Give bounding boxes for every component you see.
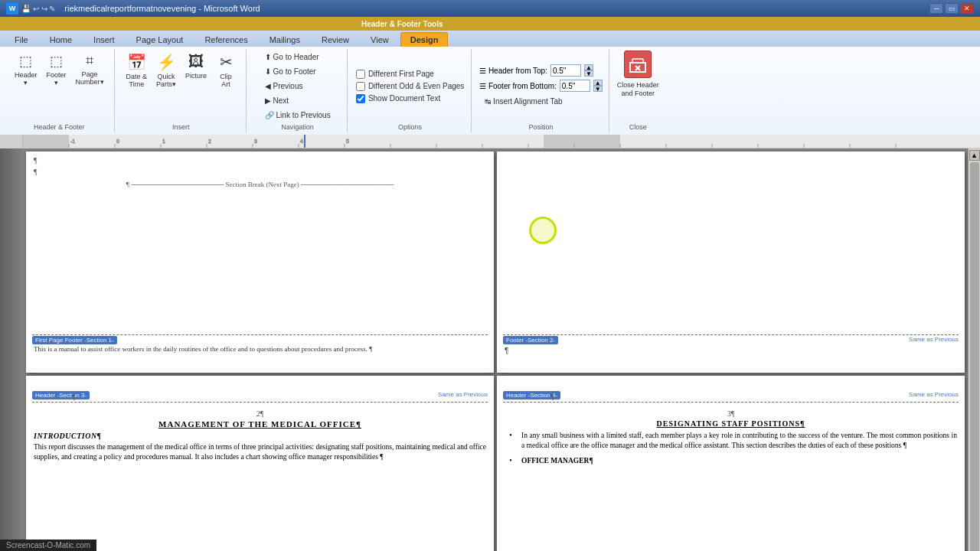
page-1-pilcrow2: ¶ xyxy=(34,168,486,176)
window-controls: ─ ▭ ✕ xyxy=(929,3,974,14)
tab-view[interactable]: View xyxy=(361,32,399,47)
go-to-footer-button[interactable]: ⬇ Go to Footer xyxy=(260,65,322,78)
tab-file[interactable]: File xyxy=(5,32,38,47)
header-from-top-input[interactable] xyxy=(550,64,581,77)
ruler: -1 0 1 2 3 4 5 xyxy=(0,135,980,148)
footer-button[interactable]: ⬚ Footer▾ xyxy=(43,51,70,89)
page-3-bullet-1: • In any small business with a limited s… xyxy=(505,431,957,454)
watermark: Screencast-O-Matic.com xyxy=(0,540,96,551)
picture-label: Picture xyxy=(185,72,207,80)
group-header-footer: ⬚ Header▾ ⬚ Footer▾ ⌗ PageNumber▾ Header… xyxy=(5,49,115,132)
footer-section-2-pilcrow: ¶ xyxy=(505,347,508,355)
ribbon-content: ⬚ Header▾ ⬚ Footer▾ ⌗ PageNumber▾ Header… xyxy=(0,47,980,135)
next-icon: ▶ xyxy=(265,96,271,105)
insert-alignment-tab-button[interactable]: ↹ Insert Alignment Tab xyxy=(479,95,567,108)
different-odd-even-checkbox[interactable]: Different Odd & Even Pages xyxy=(356,82,464,91)
title-bar: W 💾 ↩ ↪ ✎ riekmedicalreportformatnoveven… xyxy=(0,0,980,17)
scroll-thumb[interactable] xyxy=(970,162,979,551)
group-options-label: Options xyxy=(398,122,422,131)
footer-section-2-label: Footer -Section 2- xyxy=(503,336,558,344)
ribbon-tabs: File Home Insert Page Layout References … xyxy=(0,31,980,47)
page-3-heading: DESIGNATING STAFF POSITIONS¶ xyxy=(505,419,957,428)
tab-review[interactable]: Review xyxy=(312,32,359,47)
clip-art-label: ClipArt xyxy=(220,73,232,88)
footer-bottom-down[interactable]: ▼ xyxy=(593,86,603,92)
show-document-text-input[interactable] xyxy=(356,94,365,103)
clip-art-button[interactable]: ✂ ClipArt xyxy=(212,51,240,90)
page-3-bullet-text-1: In any small business with a limited sta… xyxy=(521,431,957,452)
svg-text:3: 3 xyxy=(254,139,257,144)
header-top-down[interactable]: ▼ xyxy=(584,70,593,77)
tab-home[interactable]: Home xyxy=(40,32,82,47)
page-2-heading: MANAGEMENT OF THE MEDICAL OFFICE¶ xyxy=(34,419,486,429)
header-from-top-label: ☰ Header from Top: xyxy=(479,67,547,75)
tab-references[interactable]: References xyxy=(194,32,257,47)
show-document-text-checkbox[interactable]: Show Document Text xyxy=(356,94,440,103)
different-first-page-checkbox[interactable]: Different First Page xyxy=(356,70,434,79)
date-time-button[interactable]: 📅 Date &Time xyxy=(122,51,152,90)
insert-items: 📅 Date &Time ⚡ QuickParts▾ 🖼 Picture ✂ C… xyxy=(122,51,240,122)
different-first-page-label: Different First Page xyxy=(368,70,434,78)
first-page-footer-label: First Page Footer -Section 1- xyxy=(32,336,117,344)
quick-parts-button[interactable]: ⚡ QuickParts▾ xyxy=(152,51,180,90)
go-to-footer-label: Go to Footer xyxy=(273,67,316,76)
link-to-previous-label: Link to Previous xyxy=(276,111,331,119)
different-odd-even-input[interactable] xyxy=(356,82,365,91)
group-header-footer-label: Header & Footer xyxy=(34,122,85,131)
tab-design[interactable]: Design xyxy=(400,32,449,47)
group-close: Close Headerand Footer Close xyxy=(611,49,665,132)
picture-icon: 🖼 xyxy=(188,53,204,70)
page-number-label: PageNumber▾ xyxy=(76,70,104,86)
close-button[interactable]: ✕ xyxy=(960,3,974,14)
restore-button[interactable]: ▭ xyxy=(945,3,959,14)
footer-section-2-same-as-prev: Same as Previous xyxy=(909,336,959,343)
page-number-button[interactable]: ⌗ PageNumber▾ xyxy=(72,51,108,88)
footer-from-bottom-input[interactable] xyxy=(560,80,590,92)
header-button[interactable]: ⬚ Header▾ xyxy=(11,51,41,89)
close-items: Close Headerand Footer xyxy=(617,51,659,122)
show-document-text-label: Show Document Text xyxy=(368,94,440,103)
page-2-subheading: INTRODUCTION¶ xyxy=(34,432,486,440)
footer-bottom-spinner[interactable]: ▲ ▼ xyxy=(593,80,603,92)
previous-button[interactable]: ◀ Previous xyxy=(260,80,309,93)
page-2-header: Header -Section 3- ¶ Same as Previous xyxy=(26,376,494,409)
next-button[interactable]: ▶ Next xyxy=(260,94,295,107)
group-position: ☰ Header from Top: ▲ ▼ ☰ Footer from Bot… xyxy=(473,49,609,132)
tab-insert[interactable]: Insert xyxy=(83,32,125,47)
page-1b-content xyxy=(497,152,965,161)
different-first-page-input[interactable] xyxy=(356,70,365,79)
link-icon: 🔗 xyxy=(265,111,274,119)
footer-from-bottom-row: ☰ Footer from Bottom: ▲ ▼ xyxy=(479,80,603,92)
go-to-header-button[interactable]: ⬆ Go to Header xyxy=(260,51,325,64)
vertical-scrollbar[interactable]: ▲ ▼ xyxy=(968,148,980,551)
picture-button[interactable]: 🖼 Picture xyxy=(181,51,211,82)
scroll-up-button[interactable]: ▲ xyxy=(969,150,980,161)
options-items: Different First Page Different Odd & Eve… xyxy=(356,51,464,122)
page-1b: Footer -Section 2- Same as Previous ¶ xyxy=(497,152,965,373)
header-section-4-pilcrow: ¶ xyxy=(550,393,554,401)
cursor-circle xyxy=(529,217,557,244)
svg-text:4: 4 xyxy=(300,139,303,144)
title-bar-left: W 💾 ↩ ↪ ✎ riekmedicalreportformatnoveven… xyxy=(6,2,260,15)
page-2: Header -Section 3- ¶ Same as Previous 2¶… xyxy=(26,376,494,551)
go-to-header-label: Go to Header xyxy=(273,53,319,61)
clip-art-icon: ✂ xyxy=(220,53,233,71)
previous-label: Previous xyxy=(273,82,303,90)
context-tab-bar: Header & Footer Tools xyxy=(0,17,980,31)
page-1: ¶ ¶ ¶ ─────────────────── Section Break … xyxy=(26,152,494,373)
bullet-dot-1: • xyxy=(505,431,517,454)
doc-sidebar xyxy=(0,148,23,551)
close-x-icon[interactable] xyxy=(624,51,652,78)
tab-page-layout[interactable]: Page Layout xyxy=(126,32,194,47)
ruler-body: -1 0 1 2 3 4 5 xyxy=(23,135,980,148)
header-footer-items: ⬚ Header▾ ⬚ Footer▾ ⌗ PageNumber▾ xyxy=(11,51,108,122)
quick-parts-label: QuickParts▾ xyxy=(156,73,176,88)
header-section-4-same-as-prev: Same as Previous xyxy=(909,391,959,398)
header-top-spinner[interactable]: ▲ ▼ xyxy=(584,64,593,77)
page-1b-footer: Footer -Section 2- Same as Previous ¶ xyxy=(497,334,965,373)
minimize-button[interactable]: ─ xyxy=(929,3,943,14)
link-to-previous-button[interactable]: 🔗 Link to Previous xyxy=(260,109,336,122)
section-break-text: Section Break (Next Page) xyxy=(226,181,299,188)
tab-mailings[interactable]: Mailings xyxy=(260,32,310,47)
page-2-body-text: This report discusses the management of … xyxy=(34,442,486,463)
